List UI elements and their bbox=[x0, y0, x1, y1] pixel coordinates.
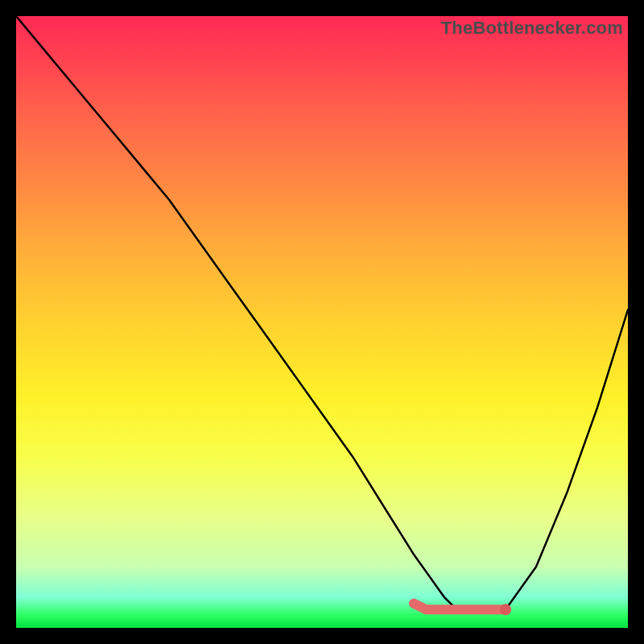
watermark: TheBottlenecker.com bbox=[441, 18, 623, 39]
highlight-end-dot bbox=[500, 604, 511, 615]
bottleneck-curve bbox=[16, 16, 628, 609]
chart-container: TheBottlenecker.com bbox=[0, 0, 644, 644]
plot-area: TheBottlenecker.com bbox=[16, 16, 628, 628]
highlight-flat-region bbox=[414, 604, 506, 610]
chart-svg bbox=[16, 16, 628, 628]
